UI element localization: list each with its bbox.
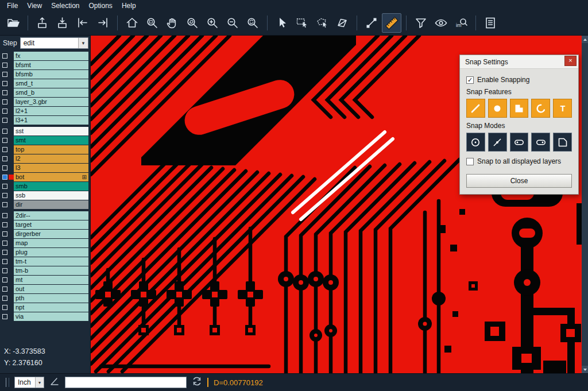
layer-name[interactable]: mt [14,276,88,284]
select-rect-button[interactable] [292,13,312,33]
layer-name[interactable]: pth [14,294,88,303]
layer-name[interactable]: bot⊞ [14,173,88,181]
layer-row[interactable]: map [0,239,90,247]
layer-row[interactable]: bfsmb [0,70,90,79]
import-bottom-button[interactable] [53,13,72,33]
layer-visibility-checkbox[interactable] [2,147,7,152]
layer-row[interactable]: smb [0,182,90,191]
snap-dialog-close-action-button[interactable]: Close [466,174,572,188]
canvas-area[interactable]: Snap Settings × ✓ Enable Snapping Snap F… [91,36,588,373]
layer-row[interactable]: target [0,220,90,229]
angle-measure-icon[interactable] [49,376,60,389]
layer-row[interactable]: smd_t [0,79,90,88]
snap-mode-edge-button[interactable] [488,133,507,152]
snap-mode-center-button[interactable] [466,133,485,152]
layer-visibility-checkbox[interactable] [2,193,7,198]
layer-name[interactable]: fx [14,52,88,60]
menu-options[interactable]: Options [84,1,117,10]
layer-name[interactable]: map [14,239,88,247]
refresh-icon[interactable] [192,376,202,389]
layer-name[interactable]: dir [14,200,88,209]
snap-feature-text-button[interactable]: T [553,99,572,118]
enable-snapping-checkbox[interactable]: ✓ [466,76,474,84]
layer-row[interactable]: l3 [0,164,90,172]
layer-row[interactable]: tm-b [0,266,90,275]
layer-name[interactable]: l2+1 [14,107,88,115]
layer-visibility-checkbox[interactable] [2,231,7,237]
snap-mode-slot-left-button[interactable] [510,133,529,152]
menu-file[interactable]: File [2,1,22,10]
snap-feature-surface-button[interactable] [510,99,529,118]
layer-row[interactable]: smd_b [0,88,90,97]
layer-row[interactable]: fx [0,52,90,60]
step-select[interactable]: edit ▾ [20,37,88,49]
snap-mode-slot-right-button[interactable] [531,133,550,152]
layer-name[interactable]: npt [14,303,88,312]
zoom-in-button[interactable] [203,13,222,33]
open-button[interactable] [3,13,23,33]
layer-visibility-checkbox[interactable] [2,296,7,301]
layer-name[interactable]: top [14,145,88,154]
layer-visibility-checkbox[interactable] [2,165,7,171]
step-right-button[interactable] [93,13,113,33]
menu-help[interactable]: Help [117,1,141,10]
layer-row[interactable]: via [0,312,90,321]
menu-selection[interactable]: Selection [47,1,84,10]
highlight-button[interactable] [431,13,451,33]
layer-name[interactable]: via [14,312,88,321]
layer-name[interactable]: target [14,220,88,229]
scroll-down-button[interactable] [582,366,588,373]
layer-name[interactable]: bfsmt [14,61,88,69]
menu-view[interactable]: View [22,1,47,10]
layer-name[interactable]: smd_t [14,79,88,88]
pointer-button[interactable] [272,13,292,33]
layer-row[interactable]: l3+1 [0,116,90,125]
layer-visibility-checkbox[interactable] [2,99,7,104]
layer-row[interactable]: sst [0,127,90,136]
home-button[interactable] [122,13,142,33]
layer-visibility-checkbox[interactable] [2,118,7,123]
filter-button[interactable] [411,13,431,33]
grid-icon[interactable]: ⊞ [82,175,87,180]
layer-row[interactable]: layer_3.gbr [0,98,90,106]
step-left-button[interactable] [73,13,92,33]
layer-name[interactable]: l3+1 [14,116,88,125]
layer-visibility-checkbox[interactable] [2,184,7,189]
layer-visibility-checkbox[interactable] [2,90,7,95]
layer-name[interactable]: dirgerber [14,230,88,238]
layer-visibility-checkbox[interactable] [2,241,7,246]
layer-visibility-checkbox[interactable] [2,268,7,273]
snap-feature-pad-button[interactable] [488,99,507,118]
unit-select[interactable]: Inch ▾ [14,377,44,388]
layer-name[interactable]: smb [14,182,88,191]
zoom-polygon-button[interactable] [183,13,202,33]
layer-row[interactable]: bot⊞ [0,173,90,181]
layer-visibility-checkbox[interactable] [2,156,7,161]
layer-visibility-checkbox[interactable] [2,287,7,292]
report-button[interactable] [481,13,500,33]
layer-visibility-checkbox[interactable] [2,129,7,134]
zoom-window-button[interactable] [142,13,162,33]
layer-row[interactable]: bfsmt [0,61,90,69]
canvas-vertical-scrollbar[interactable] [582,36,588,373]
layer-visibility-checkbox[interactable] [2,277,7,282]
layer-visibility-checkbox[interactable] [2,81,7,86]
layer-row[interactable]: npt [0,303,90,312]
layer-name[interactable]: plug [14,248,88,257]
layer-visibility-checkbox[interactable] [2,314,7,319]
zoom-out-button[interactable] [223,13,242,33]
snap-all-layers-checkbox[interactable] [466,158,474,165]
layer-visibility-checkbox[interactable] [2,53,7,59]
layer-name[interactable]: smt [14,136,88,145]
layer-name[interactable]: 2dir-- [14,211,88,220]
layer-name[interactable]: tm-b [14,266,88,275]
export-top-button[interactable] [33,13,52,33]
layer-row[interactable]: smt [0,136,90,145]
layer-visibility-checkbox[interactable] [2,109,7,114]
layer-name[interactable]: bfsmb [14,70,88,79]
pan-button[interactable] [163,13,182,33]
enable-snapping-row[interactable]: ✓ Enable Snapping [466,76,572,84]
layer-row[interactable]: ssb [0,191,90,200]
layer-row[interactable]: l2+1 [0,107,90,115]
layer-visibility-checkbox[interactable] [2,222,7,227]
